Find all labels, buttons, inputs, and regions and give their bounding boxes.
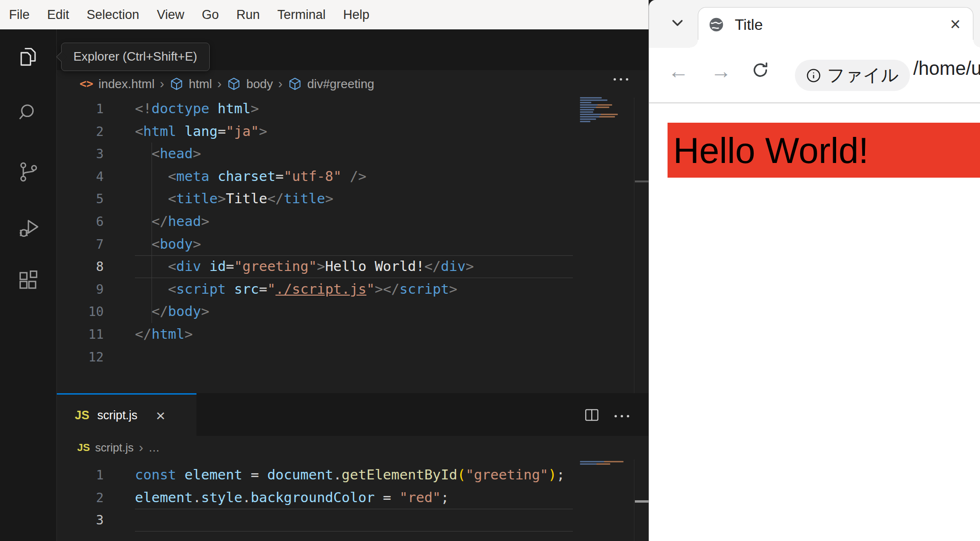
code-line[interactable]: 4 <meta charset="utf-8" /> [57, 165, 573, 188]
activity-bar [0, 29, 57, 541]
breadcrumb-ellipsis[interactable]: … [149, 441, 160, 454]
extensions-icon[interactable] [16, 269, 41, 293]
line-number: 10 [57, 300, 104, 323]
file-scheme-label: ファイル [827, 63, 899, 87]
browser-tab-title: Title [735, 16, 763, 34]
breadcrumb-js: JS script.js › … [77, 436, 160, 460]
code-line[interactable]: 2element.style.backgroundColor = "red"; [57, 487, 573, 509]
line-number: 8 [57, 255, 104, 278]
menu-view[interactable]: View [157, 8, 184, 22]
editor-more-actions-icon[interactable] [614, 78, 628, 81]
breadcrumb-div-greeting[interactable]: div#greeting [307, 77, 374, 91]
symbol-cube-icon [227, 77, 241, 91]
breadcrumb-separator: › [139, 440, 143, 455]
code-line[interactable]: 2<html lang="ja"> [57, 120, 573, 143]
breadcrumb-file[interactable]: script.js [95, 441, 134, 454]
js-file-icon: JS [77, 442, 90, 454]
line-number: 1 [57, 98, 104, 120]
close-tab-icon[interactable]: × [950, 14, 961, 35]
code-line[interactable]: 6 </head> [57, 210, 573, 233]
panel-more-actions-icon[interactable] [615, 415, 629, 417]
breadcrumb-separator: › [160, 76, 164, 91]
code-line[interactable]: 7 <body> [57, 233, 573, 256]
info-icon [806, 68, 821, 83]
page-heading: Hello World! [668, 123, 980, 178]
menu-terminal[interactable]: Terminal [277, 8, 326, 22]
symbol-cube-icon [169, 77, 184, 91]
browser-tab[interactable]: Title × [698, 7, 973, 48]
menu-file[interactable]: File [9, 8, 30, 22]
explorer-icon[interactable] [16, 45, 41, 70]
line-number: 3 [57, 143, 104, 165]
tab-script-js[interactable]: JS script.js × [57, 393, 196, 436]
html-code-editor[interactable]: 1<!doctype html>2<html lang="ja">3 <head… [57, 98, 573, 369]
line-number: 9 [57, 278, 104, 301]
js-code-editor[interactable]: 1const element = document.getElementById… [57, 464, 573, 540]
panel-tab-bar: JS script.js × [57, 393, 649, 436]
menu-bar: File Edit Selection View Go Run Terminal… [0, 0, 649, 29]
minimap-border [634, 98, 634, 393]
breadcrumb-separator: › [278, 76, 283, 91]
address-bar-url[interactable]: /home/u [913, 58, 980, 79]
back-button[interactable]: ← [668, 59, 689, 83]
menu-edit[interactable]: Edit [47, 8, 70, 22]
browser-toolbar: ← → ファイル /home/u [649, 48, 980, 103]
line-number: 6 [57, 210, 104, 233]
breadcrumb-file[interactable]: index.html [98, 77, 155, 91]
scrollbar-marker[interactable] [635, 180, 649, 182]
code-line[interactable]: 5 <title>Title</title> [57, 188, 573, 210]
scrollbar-cursor-marker[interactable] [635, 500, 649, 503]
indent-guide [151, 143, 152, 323]
split-editor-icon[interactable] [583, 406, 600, 424]
source-control-icon[interactable] [16, 160, 41, 184]
run-debug-icon[interactable] [16, 216, 41, 241]
site-info-chip[interactable]: ファイル [795, 60, 910, 91]
tab-label: script.js [98, 408, 138, 422]
close-tab-icon[interactable]: × [156, 408, 165, 423]
code-line[interactable]: 8 <div id="greeting">Hello World!</div> [57, 255, 573, 278]
minimap[interactable] [580, 461, 633, 466]
code-line[interactable]: 3 <head> [57, 143, 573, 165]
code-line[interactable]: 11</html> [57, 323, 573, 346]
js-file-icon: JS [75, 408, 89, 422]
code-line[interactable]: 3 [57, 509, 573, 532]
reload-button[interactable] [751, 61, 770, 80]
line-number: 2 [57, 120, 104, 143]
tab-search-chevron-icon[interactable] [668, 13, 687, 32]
html-file-icon: <> [80, 77, 93, 90]
menu-help[interactable]: Help [343, 8, 370, 22]
explorer-tooltip: Explorer (Ctrl+Shift+E) [61, 43, 210, 71]
menu-go[interactable]: Go [202, 8, 219, 22]
code-line[interactable]: 1const element = document.getElementById… [57, 464, 573, 487]
line-number: 12 [57, 346, 104, 369]
breadcrumb-body[interactable]: body [246, 77, 273, 91]
code-line[interactable]: 1<!doctype html> [57, 98, 573, 120]
line-number: 3 [57, 509, 104, 532]
symbol-cube-icon [288, 77, 302, 91]
menu-run[interactable]: Run [236, 8, 260, 22]
vscode-window: File Edit Selection View Go Run Terminal… [0, 0, 649, 541]
forward-button[interactable]: → [711, 59, 731, 83]
minimap-border [634, 460, 634, 541]
menu-selection[interactable]: Selection [87, 8, 139, 22]
line-number: 5 [57, 188, 104, 210]
code-line[interactable]: 12 [57, 346, 573, 369]
browser-tab-strip: Title × [649, 0, 980, 48]
line-number: 7 [57, 233, 104, 256]
code-line[interactable]: 10 </body> [57, 300, 573, 323]
breadcrumb: <> index.html › html › body › div#greeti… [80, 70, 374, 98]
breadcrumb-html[interactable]: html [189, 77, 212, 91]
browser-window: Title × ← → ファイル /home/u Hello World! [649, 0, 980, 541]
browser-page: Hello World! [649, 104, 980, 541]
globe-icon [708, 16, 725, 33]
line-number: 1 [57, 464, 104, 487]
minimap[interactable] [580, 97, 633, 123]
search-icon[interactable] [16, 100, 41, 125]
breadcrumb-separator: › [217, 76, 222, 91]
line-number: 2 [57, 487, 104, 509]
line-number: 11 [57, 323, 104, 346]
code-line[interactable]: 9 <script src="./script.js"></script> [57, 278, 573, 301]
line-number: 4 [57, 165, 104, 188]
